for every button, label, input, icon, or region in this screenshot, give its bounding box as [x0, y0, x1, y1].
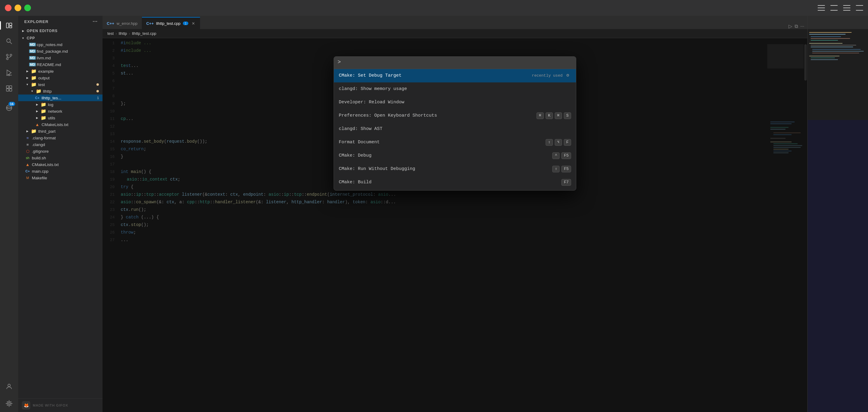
minimize-button[interactable] [14, 5, 21, 11]
svg-rect-15 [6, 89, 9, 91]
close-button[interactable] [5, 5, 11, 11]
command-item-view-cmake[interactable]: View: Show CMake [334, 189, 576, 190]
breadcrumb: test › llhttp › llhttp_test.cpp [102, 29, 807, 38]
clangd-icon: ≡ [25, 142, 30, 147]
folder-network[interactable]: 📁 network [18, 108, 102, 114]
svg-rect-44 [812, 49, 861, 50]
command-item-cmake-set-debug-target[interactable]: CMake: Set Debug Target recently used ⚙ [334, 69, 576, 82]
more-actions-icon[interactable]: ··· [800, 24, 804, 29]
command-settings-icon[interactable]: ⚙ [564, 72, 571, 79]
command-palette-overlay: CMake: Set Debug Target recently used ⚙ … [102, 38, 807, 412]
tab-label-2: llhttp_test.cpp [156, 21, 181, 26]
layout-icon[interactable] [856, 5, 863, 11]
command-item-keyboard-shortcuts[interactable]: Preferences: Open Keyboard Shortcuts ⌘ K… [334, 109, 576, 123]
split-editor-icon[interactable]: ⧉ [795, 24, 798, 29]
command-palette-input[interactable] [338, 59, 572, 65]
activity-item-source-control[interactable] [2, 50, 17, 64]
tab-llhttp-test-cpp[interactable]: C++ llhttp_test.cpp 1 ✕ [142, 17, 200, 29]
file-llhttp-test-cpp[interactable]: C+ llhttp_tes... 1 [18, 95, 102, 101]
example-folder-icon: 📁 [31, 68, 37, 74]
right-panel-svg [808, 29, 868, 120]
kbd-cmd2: ⌘ [555, 112, 562, 119]
md-icon: MD [30, 62, 35, 67]
file-readme-md[interactable]: MD README.md [18, 61, 102, 68]
command-item-cmake-debug[interactable]: CMake: Debug ^ F5 [334, 149, 576, 162]
activity-item-account[interactable] [2, 379, 17, 394]
breadcrumb-part-1[interactable]: test [107, 31, 114, 36]
command-item-cmake-run[interactable]: CMake: Run Without Debugging ⇧ F5 [334, 162, 576, 176]
test-chevron [25, 82, 30, 87]
folder-llhttp[interactable]: 📁 llhttp [18, 88, 102, 95]
tabs-bar: C++ w_error.hpp C++ llhttp_test.cpp 1 ✕ … [102, 16, 807, 29]
command-item-clangd-memory[interactable]: clangd: Show memory usage [334, 82, 576, 96]
file-clang-format[interactable]: ≡ .clang-format [18, 135, 102, 141]
gifox-text: MADE WITH GIFOX [33, 404, 68, 407]
tab-close-2[interactable]: ✕ [191, 21, 196, 26]
activity-item-explorer[interactable] [2, 18, 17, 33]
activity-item-run-debug[interactable] [2, 65, 17, 80]
folder-example[interactable]: 📁 example [18, 68, 102, 74]
kbd-cmd: ⌘ [536, 112, 544, 119]
command-item-cmake-build[interactable]: CMake: Build F7 [334, 176, 576, 189]
svg-rect-45 [812, 51, 864, 52]
file-cpp-notes-md[interactable]: MD cpp_notes.md [18, 41, 102, 48]
cmake-icon-1: ▲ [35, 122, 40, 127]
svg-rect-38 [811, 36, 841, 37]
activity-item-remote[interactable]: 16 [2, 101, 17, 115]
toggle-sidebar-icon[interactable] [818, 5, 825, 11]
file-cmake-llhttp[interactable]: ▲ CMakeLists.txt [18, 121, 102, 128]
file-main-cpp[interactable]: C+ main.cpp [18, 168, 102, 174]
toggle-right-sidebar-icon[interactable] [843, 5, 850, 11]
svg-point-11 [8, 74, 10, 76]
svg-point-3 [7, 39, 10, 42]
command-item-developer-reload[interactable]: Developer: Reload Window [334, 96, 576, 109]
svg-point-7 [6, 58, 8, 60]
file-build-sh[interactable]: sh build.sh [18, 154, 102, 161]
breadcrumb-part-3[interactable]: llhttp_test.cpp [132, 31, 156, 36]
cmake-icon-2: ▲ [25, 162, 30, 167]
folder-output[interactable]: 📁 output [18, 74, 102, 81]
svg-rect-43 [811, 47, 853, 47]
sidebar-group-cpp[interactable]: CPP [18, 35, 102, 41]
network-chevron [35, 109, 39, 114]
file-gitignore[interactable]: ⬡ .gitignore [18, 148, 102, 154]
output-chevron [25, 75, 30, 80]
activity-item-extensions[interactable] [2, 81, 17, 96]
gitignore-icon: ⬡ [25, 148, 30, 154]
kbd-opt: ⌥ [555, 139, 562, 146]
sh-icon: sh [25, 155, 30, 161]
svg-rect-1 [9, 23, 12, 26]
folder-test[interactable]: 📁 test [18, 81, 102, 88]
code-area[interactable]: 1 2 3 4 5 6 7 8 9 10 11 12 13 14 15 16 1… [102, 38, 807, 412]
command-item-format-document[interactable]: Format Document ⇧ ⌥ F [334, 136, 576, 149]
maximize-button[interactable] [24, 5, 31, 11]
main-layout: 16 Explorer ··· OPEN EDITORS [0, 16, 868, 412]
example-chevron [25, 69, 30, 74]
tab-w-error-hpp[interactable]: C++ w_error.hpp [102, 17, 142, 29]
file-find-package-md[interactable]: MD find_package.md [18, 48, 102, 55]
svg-rect-47 [809, 56, 839, 56]
folder-log[interactable]: 📁 log [18, 101, 102, 108]
toggle-panel-icon[interactable] [830, 5, 838, 11]
activity-item-search[interactable] [2, 34, 17, 48]
svg-rect-16 [9, 89, 12, 91]
kbd-f7: F7 [561, 179, 571, 186]
file-llvm-md[interactable]: MD llvm.md [18, 55, 102, 61]
sidebar-group-open-editors[interactable]: OPEN EDITORS [18, 28, 102, 34]
breadcrumb-part-2[interactable]: llhttp [119, 31, 127, 36]
command-item-clangd-ast[interactable]: clangd: Show AST [334, 123, 576, 136]
makefile-icon: M [25, 175, 30, 180]
md-icon: MD [30, 42, 35, 47]
gifox-logo: 🦊 [22, 401, 30, 410]
folder-utils[interactable]: 📁 utils [18, 114, 102, 121]
activity-item-settings[interactable] [2, 396, 17, 411]
file-clangd[interactable]: ≡ .clangd [18, 141, 102, 148]
sidebar-section-cpp: CPP MD cpp_notes.md MD find_package.md M… [18, 35, 102, 182]
file-makefile[interactable]: M Makefile [18, 174, 102, 181]
tab-lang-icon-1: C++ [107, 21, 114, 26]
sidebar-more-icon[interactable]: ··· [93, 19, 98, 24]
kbd-f: F [564, 139, 571, 146]
run-icon[interactable]: ▷ [788, 23, 792, 29]
folder-third-part[interactable]: 📁 third_part [18, 128, 102, 135]
file-cmake-root[interactable]: ▲ CMakeLists.txt [18, 161, 102, 168]
